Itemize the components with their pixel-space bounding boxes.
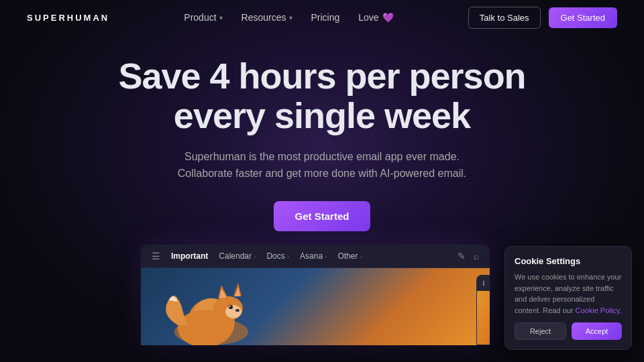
app-toolbar: ☰ Important Calendar › Docs › Asana › Ot…: [141, 245, 490, 268]
get-started-nav-button[interactable]: Get Started: [549, 7, 617, 28]
svg-point-10: [229, 305, 233, 309]
svg-point-11: [229, 306, 231, 307]
svg-point-9: [235, 309, 239, 312]
secondary-card-toolbar: ℹ ✎: [477, 276, 490, 291]
cookie-reject-button[interactable]: Reject: [515, 322, 566, 340]
resources-chevron-icon: ▾: [289, 14, 292, 21]
hero-title: Save 4 hours per person every single wee…: [27, 56, 617, 136]
nav-resources[interactable]: Resources ▾: [241, 12, 292, 23]
nav-actions: Talk to Sales Get Started: [468, 7, 617, 29]
secondary-preview-card: ℹ ✎: [476, 275, 490, 345]
tab-docs[interactable]: Docs ›: [266, 250, 289, 262]
secondary-info-icon: ℹ: [482, 280, 485, 287]
svg-point-8: [225, 305, 241, 318]
nav-love[interactable]: Love 💜: [358, 12, 393, 23]
fox-image: [161, 275, 262, 345]
nav-product[interactable]: Product ▾: [184, 12, 222, 23]
navbar: SUPERHUMAN Product ▾ Resources ▾ Pricing…: [0, 0, 644, 35]
menu-icon: ☰: [152, 251, 160, 261]
tab-asana[interactable]: Asana ›: [300, 250, 327, 262]
fox-background: [141, 268, 490, 345]
edit-icon[interactable]: ✎: [458, 251, 466, 261]
app-preview: ☰ Important Calendar › Docs › Asana › Ot…: [141, 245, 490, 345]
tab-important[interactable]: Important: [171, 250, 208, 262]
secondary-card-content: [477, 291, 490, 345]
app-content: ℹ ✎: [141, 268, 490, 345]
get-started-hero-button[interactable]: Get Started: [274, 201, 371, 231]
cookie-accept-button[interactable]: Accept: [572, 322, 622, 340]
tab-other[interactable]: Other ›: [337, 250, 362, 262]
tab-calendar[interactable]: Calendar ›: [219, 250, 256, 262]
talk-to-sales-button[interactable]: Talk to Sales: [468, 7, 541, 29]
nav-pricing[interactable]: Pricing: [311, 12, 340, 23]
brand-logo: SUPERHUMAN: [27, 13, 109, 23]
cookie-body: We use cookies to enhance your experienc…: [515, 272, 622, 316]
nav-center: Product ▾ Resources ▾ Pricing Love 💜: [184, 12, 393, 23]
cookie-actions: Reject Accept: [515, 322, 622, 340]
toolbar-icons: ✎ ⌕: [458, 251, 479, 261]
search-icon[interactable]: ⌕: [474, 251, 479, 261]
hero-section: Save 4 hours per person every single wee…: [0, 35, 644, 245]
cookie-title: Cookie Settings: [515, 256, 622, 266]
product-chevron-icon: ▾: [219, 14, 223, 21]
love-emoji-icon: 💜: [382, 12, 394, 23]
cookie-policy-link[interactable]: Cookie Policy: [576, 306, 620, 314]
cookie-banner: Cookie Settings We use cookies to enhanc…: [504, 246, 632, 350]
hero-subtitle: Superhuman is the most productive email …: [27, 148, 617, 182]
